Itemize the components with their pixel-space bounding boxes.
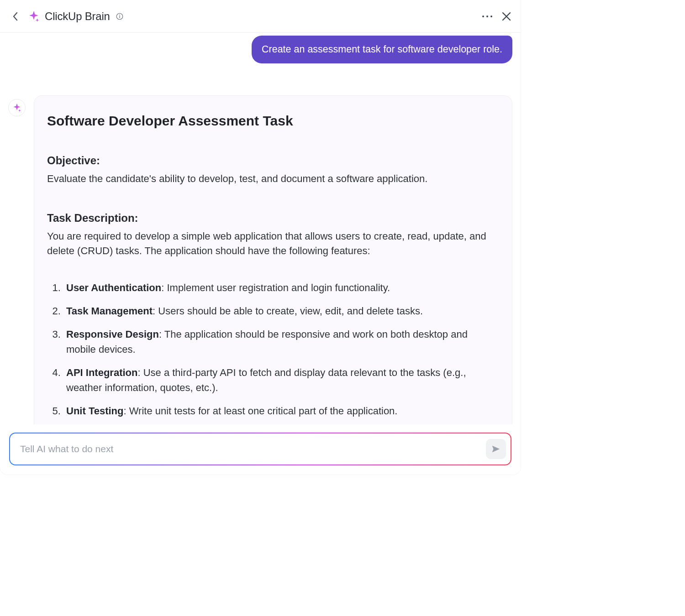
- objective-heading: Objective:: [47, 154, 499, 167]
- more-options-button[interactable]: [481, 15, 493, 18]
- svg-rect-2: [119, 16, 120, 18]
- close-button[interactable]: [501, 11, 511, 21]
- brain-logo-icon: [27, 10, 40, 23]
- composer-input[interactable]: [20, 444, 486, 454]
- task-description-text: You are required to develop a simple web…: [47, 229, 499, 258]
- info-icon[interactable]: [115, 11, 125, 21]
- send-button[interactable]: [486, 439, 506, 459]
- feature-item: API Integration: Use a third-party API t…: [63, 365, 499, 395]
- header-bar: ClickUp Brain: [0, 0, 521, 33]
- feature-list: User Authentication: Implement user regi…: [47, 280, 499, 418]
- feature-item: Unit Testing: Write unit tests for at le…: [63, 403, 499, 418]
- response-title: Software Developer Assessment Task: [47, 113, 499, 129]
- task-description-heading: Task Description:: [47, 212, 499, 224]
- feature-item: User Authentication: Implement user regi…: [63, 280, 499, 295]
- feature-item: Responsive Design: The application shoul…: [63, 327, 499, 357]
- page-title: ClickUp Brain: [45, 10, 110, 23]
- svg-point-4: [486, 16, 488, 17]
- back-button[interactable]: [9, 10, 22, 23]
- conversation-pane: Create an assessment task for software d…: [0, 33, 521, 424]
- svg-point-3: [482, 16, 484, 17]
- user-message-bubble: Create an assessment task for software d…: [252, 36, 512, 63]
- composer: [9, 433, 511, 465]
- svg-point-5: [490, 16, 492, 17]
- feature-item: Task Management: Users should be able to…: [63, 303, 499, 318]
- ai-avatar: [8, 99, 26, 116]
- objective-text: Evaluate the candidate's ability to deve…: [47, 172, 499, 186]
- ai-response-card: Software Developer Assessment Task Objec…: [34, 95, 512, 424]
- svg-point-1: [119, 15, 120, 16]
